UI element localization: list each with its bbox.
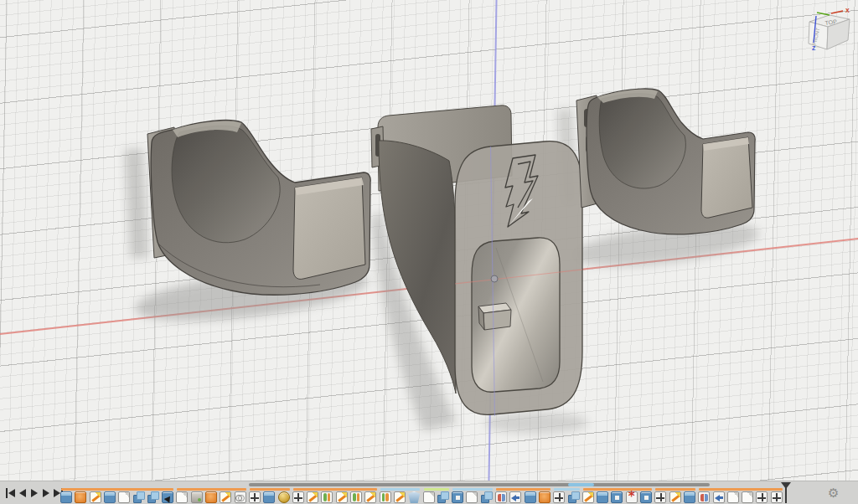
timeline-feature-hole-icon[interactable] [452,491,463,503]
timeline-feature-shield-icon[interactable] [408,491,420,503]
timeline-feature-combine-icon[interactable] [437,491,449,503]
timeline-feature-revolve-icon[interactable] [321,491,333,503]
timeline-feature-fillet-icon[interactable] [742,491,753,503]
timeline-feature-move-icon[interactable] [771,491,783,503]
timeline-feature-sketch-icon[interactable] [220,491,231,503]
timeline-feature-extrude-icon[interactable] [60,491,72,503]
timeline-group-strip [452,488,493,491]
timeline-feature-hole-icon[interactable] [640,491,652,503]
timeline-group-strip [424,488,450,491]
timeline-feature-extrude-icon[interactable] [684,491,695,503]
timeline-feature-move-icon[interactable] [756,491,768,503]
timeline-feature-sketch-icon[interactable] [582,491,594,503]
timeline-feature-move-icon[interactable] [249,491,261,503]
step-forward-button[interactable] [40,488,52,499]
timeline-group-strip [496,488,550,491]
timeline-feature-revolve-icon[interactable] [380,491,391,503]
timeline-feature-hole-icon[interactable] [611,491,623,503]
timeline-feature-extrude-icon[interactable] [597,491,608,503]
timeline-feature-undo-icon[interactable] [713,491,725,503]
timeline-group-strip [554,488,580,491]
timeline-feature-combine-icon[interactable] [481,491,493,503]
timeline-feature-mirror-icon[interactable] [698,491,710,503]
models-layer: TOP FRONT X Z [0,0,858,481]
x-axis-label: X [845,8,850,13]
timeline-feature-combine-icon[interactable] [133,491,145,503]
timeline-group-bar [249,483,711,486]
timeline-feature-sphere-icon[interactable] [278,491,290,503]
timeline-feature-sketch-icon[interactable] [336,491,348,503]
timeline-feature-pull-icon[interactable] [162,491,173,503]
viewcube[interactable]: TOP FRONT X Z [809,8,850,51]
timeline-feature-mirror-icon[interactable] [495,491,507,503]
x-axis-indicator [831,11,843,13]
timeline-group-strip [61,488,173,491]
timeline-feature-sketch-icon[interactable] [364,491,376,503]
play-button[interactable] [28,488,40,499]
timeline-feature-combine-icon[interactable] [147,491,159,503]
timeline-feature-bucket-icon[interactable] [539,491,550,503]
timeline-feature-component-icon[interactable] [191,491,203,503]
timeline-feature-fillet-icon[interactable] [423,491,435,503]
timeline-bar: ⚙ [0,481,858,504]
timeline-group-strip [699,488,783,491]
timeline-group-strip [177,488,246,491]
timeline-feature-extrude-icon[interactable] [104,491,116,503]
timeline-feature-fillet-icon[interactable] [727,491,739,503]
z-axis-label: Z [812,45,816,51]
timeline-feature-move-icon[interactable] [654,491,666,503]
timeline-feature-move-icon[interactable] [553,491,565,503]
timeline-group-strip [380,488,421,491]
timeline-feature-bucket-icon[interactable] [205,491,217,503]
timeline-feature-link-icon[interactable] [235,491,246,503]
fusion-canvas-window: TOP FRONT X Z ⚙ [0,0,858,504]
timeline-group-strip [655,488,695,491]
model-left-hook[interactable] [147,121,370,296]
timeline-feature-revolve-icon[interactable] [350,491,362,503]
timeline-feature-extrude-icon[interactable] [525,491,536,503]
go-to-beginning-button[interactable] [5,488,17,499]
timeline-feature-extrude-icon[interactable] [263,491,275,503]
timeline-settings-gear-icon[interactable]: ⚙ [828,486,839,501]
timeline-feature-spark-icon[interactable] [626,491,638,503]
timeline-feature-undo-icon[interactable] [509,491,521,503]
model-right-hook[interactable] [576,89,755,234]
timeline-group-strip [583,488,653,491]
timeline-feature-bucket-icon[interactable] [75,491,86,503]
timeline-feature-sketch-icon[interactable] [669,491,681,503]
timeline-feature-combine-icon[interactable] [568,491,580,503]
timeline-group-strip [250,488,290,491]
pocket-button [478,303,511,330]
timeline-group-strip [293,488,377,491]
timeline-feature-sketch-icon[interactable] [90,491,101,503]
timeline-feature-fillet-icon[interactable] [466,491,478,503]
viewport-3d[interactable]: TOP FRONT X Z [0,0,858,481]
timeline-feature-sketch-icon[interactable] [307,491,318,503]
timeline-feature-move-icon[interactable] [292,491,304,503]
timeline-feature-sketch-icon[interactable] [394,491,406,503]
timeline-feature-fillet-icon[interactable] [118,491,130,503]
timeline-feature-fillet-icon[interactable] [176,491,188,503]
step-back-button[interactable] [17,488,28,499]
y-axis-indicator [817,13,830,15]
playhead-line [785,483,787,503]
timeline-group-bar [568,483,595,486]
